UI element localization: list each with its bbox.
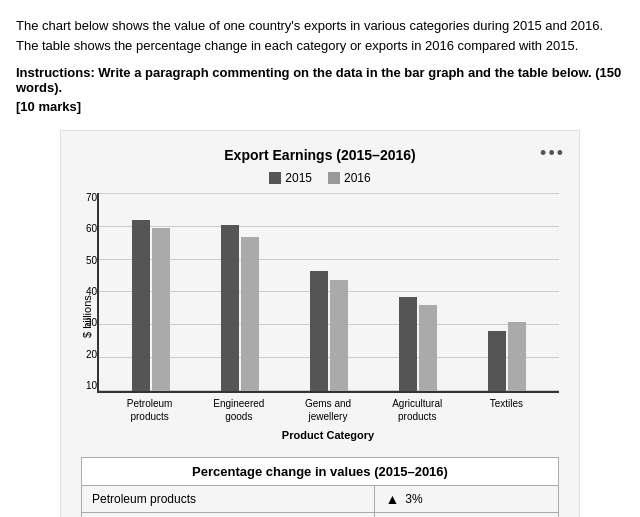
- change-value: 3%: [405, 492, 422, 506]
- grid-line: [99, 193, 559, 194]
- bar-2016: [508, 322, 526, 391]
- bar-2016: [152, 228, 170, 391]
- bar-chart: $ billions 70605040302010 Petroleumprodu…: [81, 193, 559, 441]
- table-header: Percentage change in values (2015–2016): [82, 458, 559, 486]
- y-tick-label: 40: [69, 287, 97, 297]
- table-category: Petroleum products: [82, 486, 375, 513]
- bar-2015: [310, 271, 328, 391]
- instructions-text: Instructions: Write a paragraph commenti…: [16, 65, 624, 95]
- x-tick-label: Gems andjewellery: [283, 397, 372, 423]
- legend-color-box: [328, 172, 340, 184]
- y-tick-label: 50: [69, 256, 97, 266]
- y-labels: 70605040302010: [69, 193, 97, 391]
- legend-item: 2016: [328, 171, 371, 185]
- y-tick-label: 70: [69, 193, 97, 203]
- x-axis-label: Product Category: [97, 429, 559, 441]
- table-section: Percentage change in values (2015–2016) …: [81, 457, 559, 517]
- chart-inner: 70605040302010 PetroleumproductsEngineer…: [97, 193, 559, 441]
- table-change: ▲8.5%: [375, 513, 559, 518]
- bar-area: 70605040302010: [97, 193, 559, 393]
- up-arrow-icon: ▲: [385, 491, 399, 507]
- y-tick-label: 10: [69, 381, 97, 391]
- bar-group: [373, 297, 462, 391]
- x-labels: PetroleumproductsEngineeredgoodsGems and…: [97, 397, 559, 423]
- x-tick-label: Agriculturalproducts: [373, 397, 462, 423]
- bar-2016: [330, 280, 348, 391]
- marks-text: [10 marks]: [16, 99, 624, 114]
- bar-2016: [419, 305, 437, 391]
- bar-2015: [488, 331, 506, 391]
- y-tick-label: 30: [69, 318, 97, 328]
- bar-2015: [221, 225, 239, 391]
- bar-group: [285, 271, 374, 391]
- y-tick-label: 60: [69, 224, 97, 234]
- legend-item: 2015: [269, 171, 312, 185]
- table-row: Petroleum products▲3%: [82, 486, 559, 513]
- bar-2015: [399, 297, 417, 391]
- bar-2016: [241, 237, 259, 391]
- legend-label: 2015: [285, 171, 312, 185]
- table-category: Engineered goods: [82, 513, 375, 518]
- chart-title: Export Earnings (2015–2016): [81, 147, 559, 163]
- legend-color-box: [269, 172, 281, 184]
- bar-2015: [132, 220, 150, 391]
- x-tick-label: Petroleumproducts: [105, 397, 194, 423]
- more-options-icon[interactable]: •••: [540, 143, 565, 164]
- x-tick-label: Textiles: [462, 397, 551, 423]
- table-row: Engineered goods▲8.5%: [82, 513, 559, 518]
- intro-paragraph: The chart below shows the value of one c…: [16, 16, 624, 55]
- change-table: Percentage change in values (2015–2016) …: [81, 457, 559, 517]
- bar-group: [107, 220, 196, 391]
- table-change: ▲3%: [375, 486, 559, 513]
- y-tick-label: 20: [69, 350, 97, 360]
- legend-label: 2016: [344, 171, 371, 185]
- chart-legend: 20152016: [81, 171, 559, 185]
- x-tick-label: Engineeredgoods: [194, 397, 283, 423]
- bar-group: [462, 322, 551, 391]
- chart-container: ••• Export Earnings (2015–2016) 20152016…: [60, 130, 580, 517]
- bar-group: [196, 225, 285, 391]
